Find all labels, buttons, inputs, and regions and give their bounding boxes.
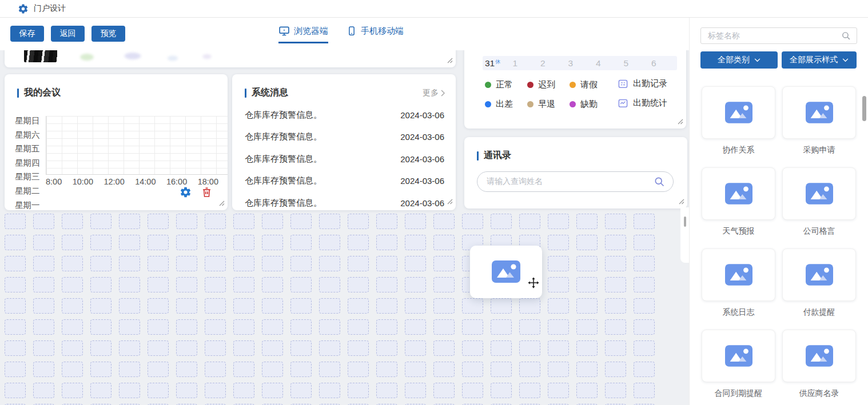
grid-cell-placeholder bbox=[462, 319, 483, 335]
grid-cell-placeholder bbox=[576, 298, 598, 314]
sidebar-scrollbar-thumb[interactable] bbox=[862, 96, 866, 121]
contacts-search-placeholder: 请输入查询姓名 bbox=[487, 177, 654, 187]
widget-card-item: 天气预报 bbox=[702, 167, 775, 236]
grid-cell-placeholder bbox=[33, 319, 54, 335]
message-text: 仓库库存预警信息。 bbox=[245, 110, 322, 121]
widget-card[interactable] bbox=[782, 86, 856, 139]
calendar-day[interactable]: 6 bbox=[649, 58, 677, 69]
calendar-day[interactable]: 28班 bbox=[594, 50, 622, 53]
calendar-day[interactable]: 29班 bbox=[622, 50, 650, 53]
y-tick: 星期五 bbox=[15, 142, 46, 156]
status-dot bbox=[570, 82, 576, 88]
calendar-day[interactable]: 3 bbox=[566, 58, 594, 69]
search-icon[interactable] bbox=[841, 31, 851, 41]
widget-card[interactable] bbox=[702, 330, 775, 382]
grid-cell-placeholder bbox=[62, 214, 83, 229]
attendance-record-link[interactable]: 出勤记录 bbox=[618, 78, 667, 89]
grid-cell-placeholder bbox=[548, 383, 569, 398]
grid-cell-placeholder bbox=[433, 383, 455, 398]
x-tick: 12:00 bbox=[103, 177, 124, 186]
y-tick: 星期二 bbox=[15, 184, 46, 198]
image-placeholder-icon bbox=[806, 183, 833, 204]
grid-cell-placeholder bbox=[5, 235, 26, 250]
banner-image-fragment bbox=[24, 50, 57, 62]
messages-title: 系统消息 bbox=[245, 87, 288, 99]
resize-handle-icon[interactable] bbox=[446, 55, 453, 66]
resize-handle-icon[interactable] bbox=[678, 197, 684, 207]
grid-cell-placeholder bbox=[290, 383, 312, 398]
message-row[interactable]: 仓库库存预警信息。 2024-03-06 bbox=[245, 126, 444, 149]
widget-delete-trash-icon[interactable] bbox=[201, 186, 212, 198]
calendar-day[interactable]: 4 bbox=[594, 58, 622, 69]
message-row[interactable]: 仓库库存预警信息。 2024-03-06 bbox=[245, 170, 444, 193]
grid-cell-placeholder bbox=[519, 383, 540, 398]
search-icon[interactable] bbox=[654, 176, 665, 187]
resize-handle-icon[interactable] bbox=[446, 197, 453, 207]
save-button[interactable]: 保存 bbox=[10, 26, 44, 42]
legend-item: 请假 bbox=[570, 79, 598, 90]
message-row[interactable]: 仓库库存预警信息。 2024-03-06 bbox=[245, 104, 444, 126]
grid-cell-placeholder bbox=[491, 214, 512, 229]
widget-card[interactable] bbox=[702, 167, 775, 220]
widget-card-label: 协作关系 bbox=[702, 145, 775, 155]
image-placeholder-icon bbox=[492, 260, 520, 285]
calendar-day[interactable]: 26班 bbox=[538, 50, 566, 53]
more-link[interactable]: 更多 bbox=[423, 88, 445, 98]
grid-cell-placeholder bbox=[62, 319, 83, 335]
calendar-day[interactable]: 27班 bbox=[566, 50, 594, 53]
message-row[interactable]: 仓库库存预警信息。 2024-03-06 bbox=[245, 148, 444, 170]
message-row[interactable]: 仓库库存预警信息。 2024-03-06 bbox=[245, 192, 444, 210]
image-placeholder-icon bbox=[725, 102, 752, 123]
widget-card-grid: 协作关系 采购申请 天气预报 公司格言 系统日志 bbox=[702, 86, 868, 405]
contacts-widget[interactable]: 通讯录 请输入查询姓名 bbox=[464, 137, 687, 208]
image-placeholder-icon bbox=[806, 264, 833, 286]
dragged-widget-card[interactable] bbox=[470, 246, 542, 298]
widget-card[interactable] bbox=[782, 248, 856, 301]
widget-settings-gear-icon[interactable] bbox=[180, 186, 192, 198]
widget-card[interactable] bbox=[702, 86, 775, 139]
grid-cell-placeholder bbox=[90, 277, 112, 292]
tab-mobile[interactable]: 手机移动端 bbox=[347, 25, 404, 43]
grid-cell-placeholder bbox=[376, 340, 397, 356]
canvas-scrollbar-thumb[interactable] bbox=[684, 216, 686, 227]
widget-card[interactable] bbox=[782, 167, 856, 220]
message-date: 2024-03-06 bbox=[400, 176, 444, 186]
grid-cell-placeholder bbox=[148, 340, 169, 356]
calendar-day[interactable]: 1 bbox=[511, 58, 539, 69]
widget-card-item: 付款提醒 bbox=[782, 248, 856, 318]
calendar-day[interactable]: 24休 bbox=[483, 50, 511, 53]
calendar-day[interactable]: 31休 bbox=[483, 58, 511, 69]
back-button[interactable]: 返回 bbox=[51, 26, 85, 42]
contacts-search-input[interactable]: 请输入查询姓名 bbox=[477, 171, 674, 192]
resize-handle-icon[interactable] bbox=[218, 198, 225, 208]
preview-button[interactable]: 预览 bbox=[91, 26, 125, 42]
legend-item: 迟到 bbox=[527, 79, 555, 90]
calendar-day[interactable]: 2 bbox=[538, 58, 566, 69]
contacts-title: 通讯录 bbox=[464, 137, 687, 162]
widget-card[interactable] bbox=[782, 330, 856, 382]
tag-name-search-input[interactable]: 标签名称 bbox=[700, 27, 857, 44]
grid-cell-placeholder bbox=[491, 319, 512, 335]
message-date: 2024-03-06 bbox=[400, 198, 444, 208]
category-filter-dropdown[interactable]: 全部类别 bbox=[700, 51, 778, 69]
attendance-stats-link[interactable]: 出勤统计 bbox=[618, 98, 667, 109]
widget-card-item: 系统日志 bbox=[702, 248, 775, 318]
calendar-day[interactable]: 30休 bbox=[649, 50, 677, 53]
banner-widget[interactable] bbox=[5, 50, 456, 67]
grid-cell-placeholder bbox=[262, 340, 283, 356]
grid-cell-placeholder bbox=[290, 277, 312, 292]
meetings-widget[interactable]: 我的会议 星期日 星期六 星期五 星期四 星期三 星期二 星期一 8:00 10… bbox=[5, 74, 228, 210]
system-messages-widget[interactable]: 系统消息 更多 仓库库存预警信息。 2024-03-06 仓库库存预警信息。 2… bbox=[232, 74, 456, 210]
display-style-filter-dropdown[interactable]: 全部展示样式 bbox=[782, 51, 857, 69]
banner-illustration-fragment bbox=[64, 50, 236, 63]
tab-browser[interactable]: 浏览器端 bbox=[278, 25, 328, 43]
widget-card[interactable] bbox=[702, 248, 775, 301]
grid-cell-placeholder bbox=[205, 362, 226, 377]
calendar-day[interactable]: 25班 bbox=[511, 50, 539, 53]
grid-cell-placeholder bbox=[233, 214, 254, 229]
calendar-day[interactable]: 5 bbox=[622, 58, 650, 69]
grid-cell-placeholder bbox=[5, 383, 26, 398]
resize-handle-icon[interactable] bbox=[676, 117, 683, 127]
attendance-widget[interactable]: 24休 25班 26班 27班 28班 29班 30休 31休 1 2 3 4 … bbox=[464, 50, 686, 129]
widget-card-item: 公司格言 bbox=[782, 167, 856, 236]
